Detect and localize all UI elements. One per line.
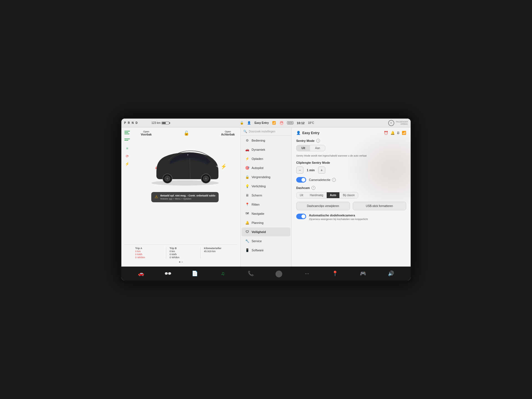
dashcam-claxon-btn[interactable]: Bij claxon (339, 192, 358, 198)
menu-label-5: Verlichting (252, 185, 266, 188)
dodehoekcamera-text: Automatische dodehoekcamera Zijcamera we… (309, 214, 368, 221)
wifi-icon-right: 📶 (402, 131, 406, 135)
dodehoekcamera-title: Automatische dodehoekcamera (309, 214, 368, 217)
alert-main: Betaald opl. niet mog. - Contr. onbetaal… (160, 194, 216, 197)
search-icon: 🔍 (243, 130, 247, 133)
trip-b-title: Trip B (170, 247, 200, 250)
side-icon-2[interactable] (124, 138, 131, 143)
dashcam-toggle-row[interactable]: Uit Handmatig Auto Bij claxon (296, 192, 358, 198)
car-svg: T (144, 140, 227, 187)
lock-icon-top: 🔓 (240, 121, 244, 125)
range-info: 123 km (152, 121, 170, 124)
side-icon-1[interactable] (124, 130, 131, 135)
menu-item-verlichting[interactable]: 💡Verlichting (242, 182, 290, 191)
taskbar-car-icon[interactable]: 🚗 (137, 269, 145, 278)
taskbar-volume-icon[interactable]: 🔊 (387, 269, 395, 278)
temp-display: 18°C (308, 121, 314, 124)
dashcam-label: Dashcam (296, 186, 310, 190)
battery-fill (162, 122, 166, 124)
status-center: 🔓 👤 Easy Entry 📶 ⏰ SOS 10:12 18°C (180, 121, 375, 125)
camera-detect-toggle[interactable] (296, 177, 306, 183)
menu-item-scherm[interactable]: 🖥Scherm (242, 191, 290, 200)
side-icon-5[interactable]: ⚡ (124, 161, 131, 166)
menu-item-software[interactable]: 📱Software (242, 246, 290, 255)
trunk-name: Achterbak (221, 133, 235, 136)
camera-info-icon[interactable]: i (332, 178, 336, 182)
search-placeholder: Doorzoek instellingen (249, 130, 275, 133)
taskbar: 🚗 💬💬 📄 ♫ 📞 ⬤ ··· 📍 🎮 🔊 (121, 267, 411, 280)
menu-label-6: Scherm (252, 194, 262, 197)
sentry-aan-btn[interactable]: Aan (310, 145, 325, 151)
trip-a-km: 0 km (135, 250, 166, 253)
dashcam-handmatig-btn[interactable]: Handmatig (306, 192, 326, 198)
sentry-info-icon[interactable]: i (316, 139, 320, 143)
camera-detect-text: Cameradetectie (309, 178, 331, 181)
menu-item-veiligheid[interactable]: 🛡Veiligheid (242, 227, 290, 236)
dodehoekcamera-desc: Zijcamera weergeven bij inschakelen van … (309, 218, 368, 221)
sentry-uit-btn[interactable]: Uit (296, 145, 310, 151)
clip-decrease-btn[interactable]: − (296, 167, 303, 174)
clip-controls: − 1 min + (296, 167, 406, 174)
svg-rect-1 (124, 132, 128, 133)
dashcam-uit-btn[interactable]: Uit (296, 192, 306, 198)
menu-item-dynamiek[interactable]: 🚗Dynamiek (242, 145, 290, 154)
taskbar-phone-icon[interactable]: 📞 (246, 269, 255, 278)
prnd-display: P R N D (124, 121, 138, 124)
menu-item-service[interactable]: 🔧Service (242, 237, 290, 245)
menu-label-10: Veiligheid (252, 230, 266, 234)
menu-icon-11: 🔧 (245, 239, 249, 243)
taskbar-dot-icon[interactable]: ⬤ (275, 269, 283, 278)
side-icon-4[interactable]: ⟳ (124, 154, 131, 158)
menu-label-12: Software (252, 249, 264, 252)
menu-item-vergrendeling[interactable]: 🔒Vergrendeling (242, 173, 290, 181)
menu-icon-7: 📍 (245, 203, 249, 206)
middle-panel: 🔍 Doorzoek instellingen ⚙Bediening🚗Dynam… (241, 127, 292, 267)
right-content: 👤 Easy Entry ⏰ 🔔 Ƀ 📶 Sentry Mode (296, 131, 406, 221)
clip-increase-btn[interactable]: + (318, 167, 325, 174)
menu-label-8: Navigatie (252, 212, 264, 215)
menu-label-11: Service (252, 239, 262, 243)
taskbar-message-icon[interactable]: 💬💬 (165, 272, 171, 275)
status-left: P R N D 123 km (124, 121, 180, 124)
sentry-label: Sentry Mode (296, 139, 314, 142)
taskbar-spotify-icon[interactable]: ♫ (218, 269, 227, 278)
verwijderen-btn[interactable]: Dashcamclips verwijderen (296, 202, 350, 210)
formatteren-btn[interactable]: USB-stick formatteren (353, 202, 406, 210)
charging-icon: ⚡ (221, 163, 227, 170)
svg-text:T: T (187, 154, 188, 156)
profile-icon-right: 👤 (296, 131, 301, 135)
menu-item-navigatie[interactable]: 🗺Navigatie (242, 209, 290, 218)
bluetooth-icon-right: Ƀ (397, 131, 400, 135)
taskbar-files-icon[interactable]: 📄 (190, 269, 199, 278)
odometer-col: Kilometerteller 45.919 km (200, 247, 235, 259)
svg-point-12 (205, 178, 207, 180)
status-bar: P R N D 123 km 🔓 👤 Easy Entry 📶 ⏰ SOS 10… (121, 119, 411, 127)
search-bar[interactable]: 🔍 Doorzoek instellingen (241, 127, 291, 136)
page-dots (124, 260, 237, 264)
menu-item-ritten[interactable]: 📍Ritten (242, 200, 290, 209)
frunk-label[interactable]: Open Voorbak (141, 130, 152, 136)
side-icon-3[interactable]: ≡ (124, 146, 131, 151)
menu-label-2: Opladen (252, 157, 263, 160)
taskbar-more-icon[interactable]: ··· (303, 269, 311, 278)
dodehoekcamera-toggle[interactable] (296, 214, 306, 219)
taskbar-maps-icon[interactable]: 📍 (331, 269, 339, 278)
menu-icon-5: 💡 (245, 184, 249, 188)
trip-b-wh: 0 Wh/km (170, 256, 200, 259)
svg-point-9 (166, 178, 168, 180)
menu-item-planning[interactable]: 🔔Planning (242, 218, 290, 227)
svg-rect-2 (124, 134, 129, 134)
sentry-toggle-row[interactable]: Uit Aan (296, 145, 325, 151)
frunk-name: Voorbak (141, 133, 152, 136)
trunk-label[interactable]: Open Achterbak (221, 130, 235, 136)
menu-item-autopilot[interactable]: 🎯Autopilot (242, 163, 290, 172)
clip-length-title: Cliplengte Sentry Mode (296, 161, 406, 164)
menu-item-opladen[interactable]: ⚡Opladen (242, 154, 290, 163)
alarm-icon-top: ⏰ (279, 121, 284, 125)
car-area: Open Voorbak 🔓 Open Achterbak (124, 130, 237, 244)
menu-icon-1: 🚗 (245, 148, 249, 152)
dashcam-info-icon[interactable]: i (311, 186, 315, 190)
dashcam-auto-btn[interactable]: Auto (327, 192, 340, 198)
taskbar-games-icon[interactable]: 🎮 (359, 269, 367, 278)
menu-item-bediening[interactable]: ⚙Bediening (242, 136, 290, 145)
